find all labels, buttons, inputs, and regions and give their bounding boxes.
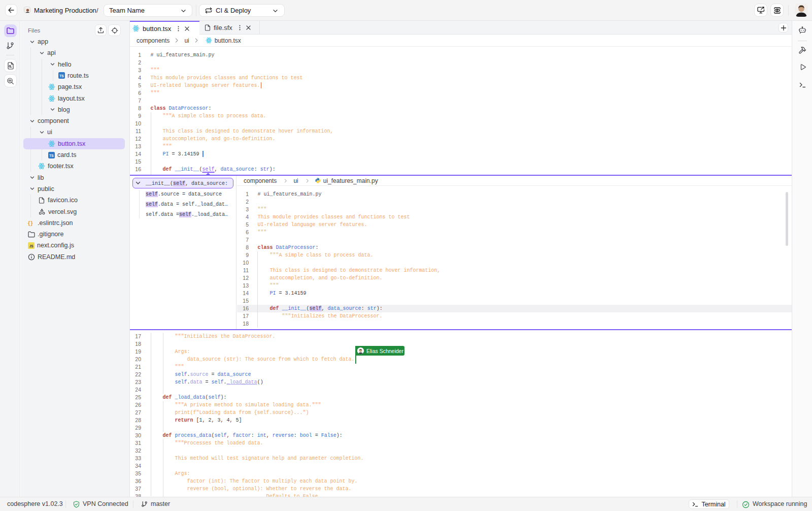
svg-text:TS: TS <box>59 74 64 78</box>
svg-text:TS: TS <box>49 153 54 157</box>
svg-text:JS: JS <box>29 244 34 248</box>
